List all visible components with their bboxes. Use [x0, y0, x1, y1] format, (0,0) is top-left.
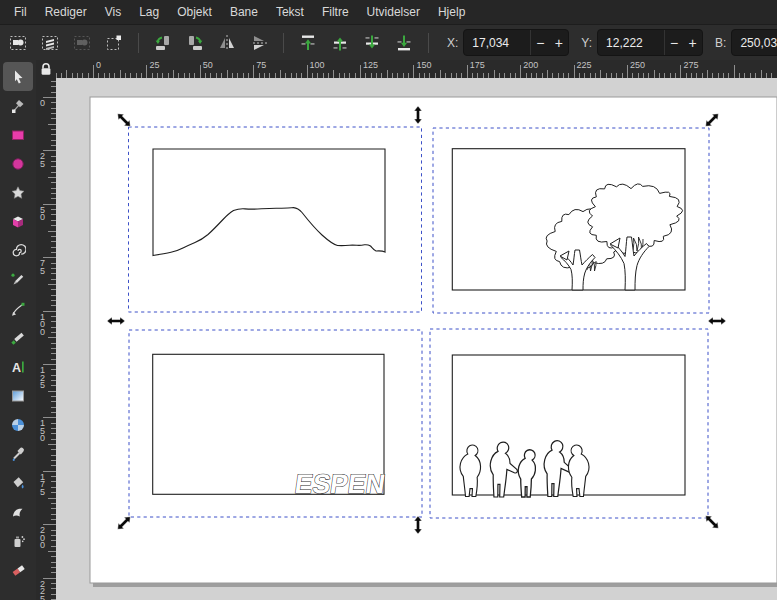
- 3d-box-icon: [10, 214, 26, 230]
- canvas[interactable]: ESPEN: [56, 78, 777, 600]
- select-all-layers-icon: [40, 33, 60, 53]
- selector-tool[interactable]: [3, 62, 33, 91]
- lower-to-bottom-icon: [394, 33, 414, 53]
- menu-item-rediger[interactable]: Rediger: [36, 1, 96, 23]
- mesh-gradient-tool[interactable]: [3, 410, 33, 439]
- select-all-icon: [8, 33, 28, 53]
- select-all-layers-button[interactable]: [36, 30, 64, 56]
- menu-item-lag[interactable]: Lag: [130, 1, 168, 23]
- tool-palette: A: [0, 60, 36, 600]
- selection-box-icon: [104, 33, 124, 53]
- toolbar-separator: [138, 33, 139, 53]
- gradient-tool[interactable]: [3, 381, 33, 410]
- x-decrement-button[interactable]: −: [530, 30, 549, 55]
- text-tool[interactable]: A: [3, 352, 33, 381]
- espen-outline-text: ESPEN: [293, 468, 387, 499]
- selector-arrow-icon: [10, 69, 26, 85]
- flip-horizontal-icon: [217, 33, 237, 53]
- ellipse-tool[interactable]: [3, 149, 33, 178]
- menu-item-fil[interactable]: Fil: [5, 1, 36, 23]
- menu-bar: FilRedigerVisLagObjektBaneTekstFiltreUtv…: [0, 0, 777, 24]
- spiral-tool[interactable]: [3, 236, 33, 265]
- eraser-tool[interactable]: [3, 555, 33, 584]
- rotate-cw-icon: [185, 33, 205, 53]
- lower-to-bottom-button[interactable]: [390, 30, 418, 56]
- text-tool-icon: A: [10, 359, 26, 375]
- select-all-button[interactable]: [4, 30, 32, 56]
- width-field: B: − +: [715, 29, 777, 56]
- tweak-tool[interactable]: [3, 497, 33, 526]
- star-tool[interactable]: [3, 178, 33, 207]
- rotate-90-cw-button[interactable]: [181, 30, 209, 56]
- star-icon: [10, 185, 26, 201]
- lower-icon: [362, 33, 382, 53]
- paint-bucket-tool[interactable]: [3, 468, 33, 497]
- toolbar-separator: [428, 33, 429, 53]
- spray-tool[interactable]: [3, 526, 33, 555]
- rectangle-icon: [10, 127, 26, 143]
- selection-toolbar: X: − + Y: − + B: − +: [0, 24, 777, 60]
- rotate-90-ccw-button[interactable]: [149, 30, 177, 56]
- bezier-pen-tool[interactable]: [3, 294, 33, 323]
- deselect-button[interactable]: [68, 30, 96, 56]
- deselect-icon: [72, 33, 92, 53]
- menu-item-vis[interactable]: Vis: [96, 1, 130, 23]
- flip-vertical-icon: [249, 33, 269, 53]
- 3d-box-tool[interactable]: [3, 207, 33, 236]
- menu-item-bane[interactable]: Bane: [221, 1, 267, 23]
- pencil-tool[interactable]: [3, 265, 33, 294]
- dropper-tool[interactable]: [3, 439, 33, 468]
- raise-icon: [330, 33, 350, 53]
- gradient-icon: [10, 388, 26, 404]
- x-coordinate-field: X: − +: [447, 29, 569, 56]
- spiral-icon: [10, 243, 26, 259]
- y-increment-button[interactable]: +: [683, 30, 702, 55]
- menu-item-filtre[interactable]: Filtre: [313, 1, 358, 23]
- node-editor-icon: [10, 98, 26, 114]
- menu-item-utvidelser[interactable]: Utvidelser: [358, 1, 429, 23]
- calligraphy-icon: [10, 330, 26, 346]
- vertical-ruler[interactable]: 02 55 07 51 0 01 2 51 5 01 7 52 0 02 2 5: [36, 78, 56, 600]
- lower-button[interactable]: [358, 30, 386, 56]
- toggle-selection-box-button[interactable]: [100, 30, 128, 56]
- bezier-pen-icon: [10, 301, 26, 317]
- width-label: B:: [715, 36, 726, 50]
- rectangle-tool[interactable]: [3, 120, 33, 149]
- paint-bucket-icon: [10, 475, 26, 491]
- pencil-icon: [10, 272, 26, 288]
- y-decrement-button[interactable]: −: [664, 30, 683, 55]
- flip-horizontal-button[interactable]: [213, 30, 241, 56]
- y-coordinate-field: Y: − +: [581, 29, 703, 56]
- x-input[interactable]: [464, 30, 530, 55]
- raise-to-top-button[interactable]: [294, 30, 322, 56]
- dropper-icon: [10, 446, 26, 462]
- spray-icon: [10, 533, 26, 549]
- horizontal-ruler[interactable]: 0255075100125150175200225250275: [56, 60, 777, 78]
- mesh-gradient-icon: [10, 417, 26, 433]
- tweak-icon: [10, 504, 26, 520]
- width-input[interactable]: [732, 30, 777, 55]
- svg-text:A: A: [12, 360, 21, 374]
- eraser-icon: [10, 562, 26, 578]
- lock-guides-button[interactable]: [36, 60, 56, 78]
- calligraphy-tool[interactable]: [3, 323, 33, 352]
- y-input[interactable]: [598, 30, 664, 55]
- menu-item-objekt[interactable]: Objekt: [168, 1, 221, 23]
- x-label: X:: [447, 36, 458, 50]
- toolbar-separator: [283, 33, 284, 53]
- menu-item-tekst[interactable]: Tekst: [267, 1, 313, 23]
- y-label: Y:: [581, 36, 592, 50]
- raise-to-top-icon: [298, 33, 318, 53]
- raise-button[interactable]: [326, 30, 354, 56]
- ellipse-icon: [10, 156, 26, 172]
- flip-vertical-button[interactable]: [245, 30, 273, 56]
- rotate-ccw-icon: [153, 33, 173, 53]
- node-editor-tool[interactable]: [3, 91, 33, 120]
- x-increment-button[interactable]: +: [549, 30, 568, 55]
- lock-icon: [40, 62, 52, 76]
- menu-item-hjelp[interactable]: Hjelp: [429, 1, 474, 23]
